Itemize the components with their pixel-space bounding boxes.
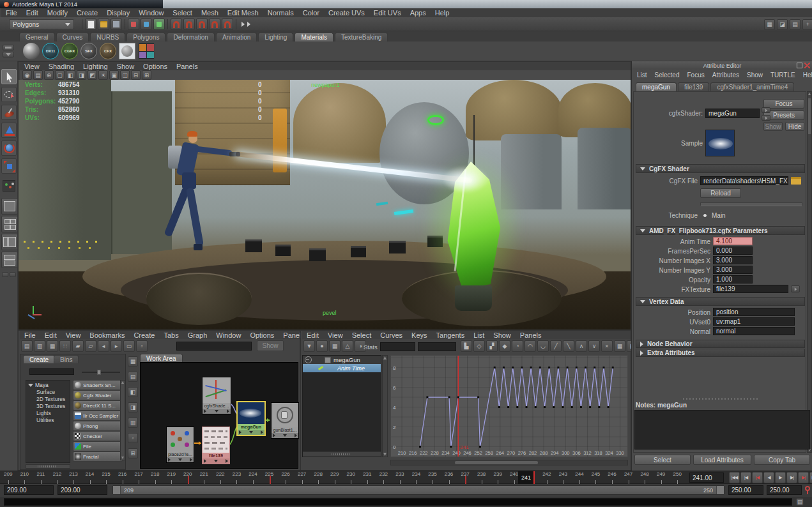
hypershade-menu-item-0[interactable]: File [20, 331, 40, 339]
timeline-frame-229[interactable]: 229 [326, 471, 343, 484]
ae-menu-item-6[interactable]: Help [799, 72, 812, 79]
timeline-frame-231[interactable]: 231 [359, 471, 376, 484]
graph-tangent-icon-1[interactable]: ◇ [473, 340, 485, 352]
viewport-toolbar-icon-5[interactable]: ◨ [77, 70, 86, 80]
hypershade-side-icon[interactable]: ⊞ [128, 448, 138, 458]
timeline-frame-210[interactable]: 210 [17, 471, 33, 484]
node-megagun[interactable]: megaGun [236, 401, 266, 436]
shader-button-cgfx[interactable]: Cgfx Shader [73, 390, 123, 400]
open-scene-icon[interactable] [98, 19, 109, 30]
graph-menu-item-4[interactable]: Keys [407, 331, 431, 339]
animation-end-field[interactable]: 250.00 [767, 485, 802, 495]
status-right-icon-2[interactable]: ▤ [790, 19, 801, 30]
main-menu-item-4[interactable]: Display [102, 9, 134, 17]
notes-textarea[interactable] [634, 410, 810, 450]
timeline-frame-243[interactable]: 243 [555, 471, 572, 484]
output-connection-icon[interactable] [762, 115, 770, 121]
viewport-toolbar-icon-10[interactable]: ⊟ [131, 70, 141, 80]
graph-tangent-icon-8[interactable]: ╲ [563, 340, 574, 352]
hypershade-show-button[interactable]: Show [257, 340, 284, 351]
tree-root-maya[interactable]: Maya [26, 381, 70, 388]
menu-set-dropdown[interactable]: Polygons [9, 19, 74, 29]
save-scene-icon[interactable] [111, 19, 122, 30]
select-hierarchy-icon[interactable] [128, 19, 139, 30]
sample-thumbnail[interactable] [705, 130, 735, 156]
timeline-frame-217[interactable]: 217 [130, 471, 147, 484]
current-time-field[interactable]: 241.00 [689, 473, 724, 483]
main-menu-item-13[interactable]: Apps [406, 9, 431, 17]
snap-viewplane-icon[interactable] [222, 19, 233, 30]
timeline-frame-218[interactable]: 218 [147, 471, 164, 484]
node-file139[interactable]: file139 [202, 427, 230, 464]
shelf-tab-1[interactable]: Curves [56, 33, 89, 42]
hypershade-toolbar-icon-9[interactable]: ▫ [136, 340, 148, 352]
viewport-menu-item-5[interactable]: Panels [172, 63, 203, 70]
folder-icon[interactable] [791, 177, 801, 185]
snap-curve-icon[interactable] [183, 19, 195, 30]
tab-bins[interactable]: Bins [54, 355, 79, 363]
hypershade-menu-item-1[interactable]: Edit [40, 331, 61, 339]
playback-button-7[interactable]: ▶▶| [809, 472, 812, 483]
graph-outliner-attr-row[interactable]: Anim Time [303, 364, 381, 372]
timeline-frame-235[interactable]: 235 [424, 471, 441, 484]
ae-menu-item-3[interactable]: Attributes [709, 72, 743, 79]
attribute-editor-header[interactable]: Attribute Editor [632, 61, 812, 70]
viewport-menu-item-1[interactable]: Shading [44, 63, 79, 70]
show-button[interactable]: Show [763, 122, 783, 131]
playback-button-6[interactable]: ▶| [798, 472, 809, 483]
cgfx-file-field[interactable]: renderData\shaders\HSM_FX.cgfx [700, 176, 788, 185]
node-cgfxshader-anim[interactable]: cgfxShade... [202, 377, 231, 414]
graph-tangent-icon-6[interactable]: ◡ [537, 340, 549, 352]
lasso-tool[interactable] [1, 87, 17, 102]
paint-select-tool[interactable] [1, 105, 17, 120]
hypershade-menu-item-5[interactable]: Tabs [159, 331, 183, 339]
hypershade-toolbar-icon-3[interactable]: ∷ [59, 340, 71, 352]
ae-menu-item-2[interactable]: Focus [683, 72, 708, 79]
range-bar[interactable]: 209 250 [112, 485, 724, 495]
scale-tool[interactable] [1, 158, 17, 174]
timeline-frame-233[interactable]: 233 [392, 471, 408, 484]
timeline-frame-219[interactable]: 219 [163, 471, 180, 484]
shader-button-phong[interactable]: Phong [73, 421, 123, 431]
timeline-frame-247[interactable]: 247 [620, 471, 637, 484]
snap-projected-icon[interactable] [209, 19, 220, 30]
playback-button-4[interactable]: ▶ [775, 472, 786, 483]
playback-button-3[interactable]: ◀ [763, 472, 774, 483]
hypershade-toolbar-icon-4[interactable]: ▰ [72, 340, 84, 352]
viewport-menu-item-0[interactable]: View [20, 63, 44, 70]
work-area-canvas[interactable]: cgfxShade... megaGun gunBlast1... [140, 362, 298, 469]
graph-tangent-icon-5[interactable]: ◠ [525, 340, 536, 352]
viewport-menu-item-3[interactable]: Show [112, 63, 139, 70]
uvset0-field[interactable]: uv:map1 [713, 317, 795, 326]
main-menu-item-1[interactable]: Edit [22, 9, 43, 17]
shader-button-shaderfx[interactable]: Shaderfx Sh... [73, 380, 123, 390]
graph-hscrollbar[interactable] [390, 460, 628, 465]
number-images-x-field[interactable]: 3.000 [713, 256, 753, 264]
hypershade-menu-item-4[interactable]: Create [129, 331, 159, 339]
stats-field-2[interactable] [418, 342, 456, 351]
notes-splitter[interactable] [683, 398, 760, 400]
select-object-icon[interactable] [141, 19, 152, 30]
graph-toolbar-icon-3[interactable]: △ [342, 340, 353, 352]
shelf-item-uv-grid[interactable] [138, 43, 155, 59]
input-connection-icon[interactable] [762, 107, 770, 113]
timeline-frame-213[interactable]: 213 [65, 471, 82, 484]
history-arrow-icon[interactable] [241, 22, 245, 27]
toolbox-extra2-icon[interactable] [10, 272, 16, 277]
timeline-frame-245[interactable]: 245 [588, 471, 604, 484]
normal-field[interactable]: normal [713, 327, 795, 335]
main-menu-item-6[interactable]: Select [168, 9, 197, 17]
select-tool[interactable] [1, 69, 17, 84]
section-extra-attributes[interactable]: Extra Attributes [636, 349, 805, 357]
attribute-editor-vscroll[interactable] [807, 91, 812, 453]
timeline-frame-224[interactable]: 224 [245, 471, 261, 484]
snap-point-icon[interactable] [196, 19, 208, 30]
stats-field-1[interactable] [380, 342, 415, 351]
hypershade-toolbar-icon-6[interactable]: ◂ [98, 340, 109, 352]
graph-tangent-icon-9[interactable]: ∧ [576, 340, 587, 352]
graph-toolbar-icon-0[interactable]: ▼ [303, 340, 315, 352]
shelf-tab-8[interactable]: TextureBaking [335, 33, 388, 42]
command-line-input[interactable] [4, 498, 792, 506]
graph-outliner-hscroll[interactable] [303, 451, 381, 457]
position-field[interactable]: position [713, 308, 795, 316]
